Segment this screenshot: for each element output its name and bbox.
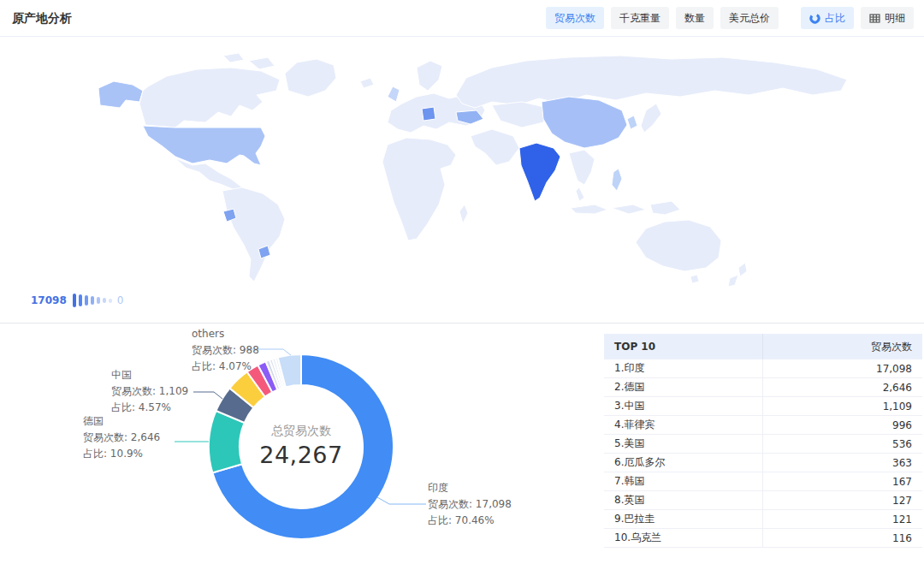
table-body: 1.印度17,0982.德国2,6463.中国1,1094.菲律宾9965.美国… — [604, 359, 922, 548]
table-row: 5.美国536 — [604, 435, 922, 454]
legend-bar — [85, 295, 88, 306]
legend-bar — [73, 294, 76, 307]
row-value: 167 — [763, 472, 922, 490]
table-row: 7.韩国167 — [604, 472, 922, 491]
legend-bars — [73, 294, 112, 307]
row-country: 6.厄瓜多尔 — [604, 454, 763, 472]
metric-tab-数量[interactable]: 数量 — [676, 7, 714, 29]
callout-name: 中国 — [111, 367, 188, 383]
table-row: 4.菲律宾996 — [604, 416, 922, 435]
row-country: 4.菲律宾 — [604, 416, 763, 434]
world-map[interactable] — [47, 43, 868, 310]
table-icon — [869, 13, 880, 24]
callout-count: 贸易次数: 2,646 — [83, 430, 160, 446]
callout-count: 贸易次数: 1,109 — [111, 383, 188, 400]
table-header-metric: 贸易次数 — [763, 334, 922, 359]
table-row: 10.乌克兰116 — [604, 529, 922, 548]
row-value: 1,109 — [763, 397, 922, 415]
row-value: 996 — [763, 416, 922, 434]
top10-table: TOP 10 贸易次数 1.印度17,0982.德国2,6463.中国1,109… — [604, 334, 922, 548]
callout-name: 德国 — [83, 413, 160, 430]
row-value: 363 — [763, 454, 922, 472]
legend-bar — [103, 298, 106, 303]
table-row: 1.印度17,098 — [604, 359, 922, 378]
world-map-svg[interactable] — [47, 43, 868, 310]
table-row: 8.英国127 — [604, 491, 922, 510]
callout-others: others 贸易次数: 988 占比: 4.07% — [192, 326, 259, 375]
callout-name: 印度 — [428, 480, 512, 496]
callout-pct: 占比: 70.46% — [428, 513, 512, 529]
donut-center-label: 总贸易次数 24,267 — [233, 424, 370, 468]
row-value: 17,098 — [763, 359, 922, 377]
legend-bar — [109, 299, 112, 303]
callout-germany: 德国 贸易次数: 2,646 占比: 10.9% — [83, 413, 160, 462]
view-tab-占比[interactable]: 占比 — [801, 7, 854, 29]
table-row: 9.巴拉圭121 — [604, 510, 922, 529]
row-country: 8.英国 — [604, 491, 763, 509]
legend-bar — [91, 296, 94, 305]
callout-count: 贸易次数: 988 — [192, 342, 259, 359]
metric-tab-千克重量[interactable]: 千克重量 — [611, 7, 669, 29]
callout-count: 贸易次数: 17,098 — [428, 496, 512, 513]
donut-center-value: 24,267 — [233, 442, 370, 468]
callout-name: others — [192, 326, 259, 342]
row-value: 127 — [763, 491, 922, 509]
table-row: 6.厄瓜多尔363 — [604, 454, 922, 472]
donut-chart-icon — [809, 13, 820, 24]
table-header-row: TOP 10 贸易次数 — [604, 334, 922, 359]
row-value: 121 — [763, 510, 922, 528]
row-country: 10.乌克兰 — [604, 529, 763, 547]
donut-center-title: 总贸易次数 — [233, 424, 370, 439]
row-country: 7.韩国 — [604, 472, 763, 490]
panel-header: 原产地分析 贸易次数千克重量数量美元总价 占比明细 — [0, 0, 924, 37]
leader-line — [193, 392, 222, 399]
legend-bar — [97, 297, 100, 304]
row-value: 536 — [763, 435, 922, 453]
row-value: 116 — [763, 529, 922, 547]
view-tab-明细[interactable]: 明细 — [861, 7, 914, 29]
row-country: 2.德国 — [604, 378, 763, 396]
map-legend: 17098 0 — [31, 291, 123, 310]
metric-tab-美元总价[interactable]: 美元总价 — [720, 7, 779, 29]
origin-analysis-panel: 原产地分析 贸易次数千克重量数量美元总价 占比明细 — [0, 0, 924, 564]
leader-line — [377, 497, 426, 504]
callout-china: 中国 贸易次数: 1,109 占比: 4.57% — [111, 367, 188, 416]
callout-india: 印度 贸易次数: 17,098 占比: 70.46% — [428, 480, 512, 529]
row-country: 5.美国 — [604, 435, 763, 453]
row-country: 3.中国 — [604, 397, 763, 415]
table-row: 3.中国1,109 — [604, 397, 922, 416]
toolbar: 贸易次数千克重量数量美元总价 占比明细 — [546, 7, 914, 29]
page-title: 原产地分析 — [12, 11, 72, 27]
callout-pct: 占比: 4.07% — [192, 359, 259, 375]
table-header-rank: TOP 10 — [604, 334, 763, 359]
callout-pct: 占比: 10.9% — [83, 446, 160, 462]
metric-tabs: 贸易次数千克重量数量美元总价 — [546, 7, 779, 29]
legend-bar — [79, 294, 82, 306]
view-tabs: 占比明细 — [801, 7, 914, 29]
row-value: 2,646 — [763, 378, 922, 396]
row-country: 1.印度 — [604, 359, 763, 377]
legend-min-value: 0 — [117, 294, 124, 306]
metric-tab-贸易次数[interactable]: 贸易次数 — [546, 7, 604, 29]
legend-max-value: 17098 — [31, 294, 67, 306]
row-country: 9.巴拉圭 — [604, 510, 763, 528]
table-row: 2.德国2,646 — [604, 378, 922, 397]
